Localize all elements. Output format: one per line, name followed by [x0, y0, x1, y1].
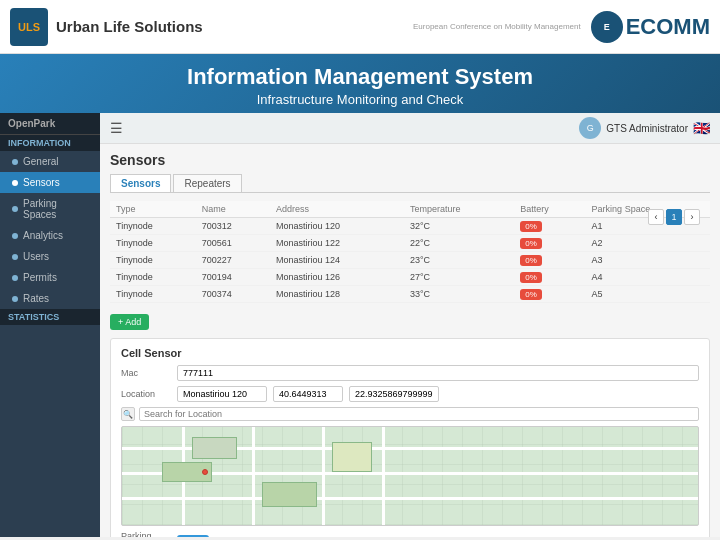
table-row[interactable]: Tinynode 700374 Monastiriou 128 33°C 0% …	[110, 286, 710, 303]
search-location-row: 🔍	[121, 407, 699, 421]
cell-address: Monastiriou 124	[270, 252, 404, 269]
sidebar-item-analytics[interactable]: Analytics	[0, 225, 100, 246]
sidebar-label-general: General	[23, 156, 59, 167]
header-title: Urban Life Solutions	[56, 18, 203, 35]
search-icon: 🔍	[121, 407, 135, 421]
cell-temp: 32°C	[404, 218, 514, 235]
sidebar-label-permits: Permits	[23, 272, 57, 283]
location-input[interactable]	[177, 386, 267, 402]
cell-name: 700374	[196, 286, 270, 303]
banner: Information Management System Infrastruc…	[0, 54, 720, 113]
cell-name: 700227	[196, 252, 270, 269]
sidebar-item-rates[interactable]: Rates	[0, 288, 100, 309]
sidebar-label-rates: Rates	[23, 293, 49, 304]
header-left: ULS Urban Life Solutions	[10, 8, 203, 46]
table-row[interactable]: Tinynode 700561 Monastiriou 122 22°C 0% …	[110, 235, 710, 252]
sidebar-item-parking-spaces[interactable]: Parking Spaces	[0, 193, 100, 225]
dot-icon	[12, 180, 18, 186]
table-row[interactable]: Tinynode 700194 Monastiriou 126 27°C 0% …	[110, 269, 710, 286]
cell-address: Monastiriou 120	[270, 218, 404, 235]
user-avatar: G	[579, 117, 601, 139]
hamburger-icon[interactable]: ☰	[110, 120, 123, 136]
cell-type: Tinynode	[110, 269, 196, 286]
lat-input[interactable]	[273, 386, 343, 402]
sidebar-section-information: Information	[0, 135, 100, 151]
sensors-panel: Sensors Sensors Repeaters Type Name Addr…	[100, 144, 720, 537]
dot-icon	[12, 206, 18, 212]
col-header-battery: Battery	[514, 201, 585, 218]
main-content: OpenPark Information General Sensors Par…	[0, 113, 720, 537]
parking-space-row: Parking Space A 12	[121, 531, 699, 537]
tab-sensors[interactable]: Sensors	[110, 174, 171, 192]
table-row[interactable]: Tinynode 700227 Monastiriou 124 23°C 0% …	[110, 252, 710, 269]
cell-type: Tinynode	[110, 252, 196, 269]
avatar-initial: G	[587, 123, 594, 133]
ecomm-sub: European Conference on Mobility Manageme…	[413, 22, 581, 31]
cell-temp: 22°C	[404, 235, 514, 252]
cell-space: A3	[586, 252, 710, 269]
dot-icon	[12, 296, 18, 302]
cell-space: A4	[586, 269, 710, 286]
cell-battery: 0%	[514, 235, 585, 252]
mac-label: Mac	[121, 368, 171, 378]
map-road	[252, 427, 255, 525]
map-road	[122, 497, 698, 500]
sidebar-label-parking: Parking Spaces	[23, 198, 92, 220]
banner-title: Information Management System	[0, 64, 720, 90]
dot-icon	[12, 254, 18, 260]
sidebar-item-sensors[interactable]: Sensors	[0, 172, 100, 193]
lng-input[interactable]	[349, 386, 439, 402]
map-block	[192, 437, 237, 459]
sidebar-item-general[interactable]: General	[0, 151, 100, 172]
prev-page-btn[interactable]: ‹	[648, 209, 664, 225]
cell-type: Tinynode	[110, 235, 196, 252]
dot-icon	[12, 159, 18, 165]
sensors-tbody: Tinynode 700312 Monastiriou 120 32°C 0% …	[110, 218, 710, 303]
cell-battery: 0%	[514, 218, 585, 235]
cell-address: Monastiriou 126	[270, 269, 404, 286]
location-label: Location	[121, 389, 171, 399]
col-header-type: Type	[110, 201, 196, 218]
table-row[interactable]: Tinynode 700312 Monastiriou 120 32°C 0% …	[110, 218, 710, 235]
banner-subtitle: Infrastructure Monitoring and Check	[0, 92, 720, 107]
cell-sensor-form: Cell Sensor Mac Location 🔍	[110, 338, 710, 537]
map-container[interactable]	[121, 426, 699, 526]
topbar: ☰ G GTS Administrator 🇬🇧	[100, 113, 720, 144]
sidebar-item-permits[interactable]: Permits	[0, 267, 100, 288]
sensors-table: Type Name Address Temperature Battery Pa…	[110, 201, 710, 303]
parking-space-label: Parking Space	[121, 531, 171, 537]
cell-address: Monastiriou 122	[270, 235, 404, 252]
map-pin	[202, 469, 208, 475]
page-1-btn[interactable]: 1	[666, 209, 682, 225]
parking-toggle-btn[interactable]: A 12	[177, 535, 209, 538]
cell-temp: 23°C	[404, 252, 514, 269]
cell-name: 700561	[196, 235, 270, 252]
cell-sensor-title: Cell Sensor	[121, 347, 699, 359]
sidebar-item-users[interactable]: Users	[0, 246, 100, 267]
cell-battery: 0%	[514, 286, 585, 303]
sidebar-label-sensors: Sensors	[23, 177, 60, 188]
search-location-input[interactable]	[139, 407, 699, 421]
header-right: European Conference on Mobility Manageme…	[413, 11, 710, 43]
cell-type: Tinynode	[110, 286, 196, 303]
add-sensor-button[interactable]: + Add	[110, 314, 149, 330]
sensors-title: Sensors	[110, 152, 710, 168]
user-info: G GTS Administrator 🇬🇧	[579, 117, 710, 139]
dot-icon	[12, 275, 18, 281]
sensors-tabs: Sensors Repeaters	[110, 174, 710, 193]
ecomm-label: ECOMM	[626, 14, 710, 40]
cell-name: 700194	[196, 269, 270, 286]
mac-input[interactable]	[177, 365, 699, 381]
header: ULS Urban Life Solutions European Confer…	[0, 0, 720, 54]
map-block	[262, 482, 317, 507]
sidebar-section-statistics: Statistics	[0, 309, 100, 325]
map-road	[382, 427, 385, 525]
map-road	[322, 427, 325, 525]
tab-repeaters[interactable]: Repeaters	[173, 174, 241, 192]
col-header-address: Address	[270, 201, 404, 218]
pagination: ‹ 1 ›	[648, 209, 700, 225]
content-area: ☰ G GTS Administrator 🇬🇧 Sensors Sensors…	[100, 113, 720, 537]
next-page-btn[interactable]: ›	[684, 209, 700, 225]
sidebar-app-title: OpenPark	[0, 113, 100, 135]
cell-space: A2	[586, 235, 710, 252]
